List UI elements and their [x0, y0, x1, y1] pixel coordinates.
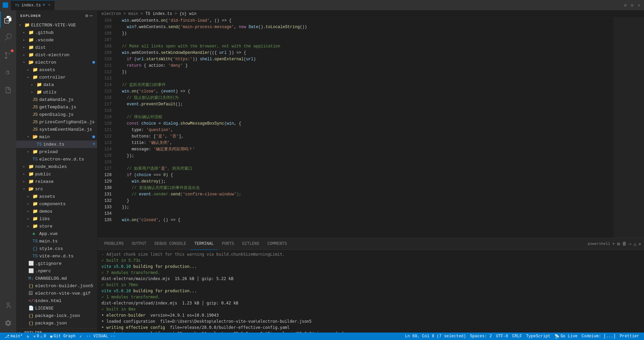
checkmark-status[interactable]: ✓ — [77, 334, 84, 339]
sidebar-item-preload[interactable]: ▸ 📁 preload — [16, 148, 97, 155]
sidebar-item-main[interactable]: ▾ 📂 main — [16, 133, 97, 141]
sidebar-item-label: style.css — [39, 246, 63, 251]
trash-button[interactable]: 🗑 — [622, 241, 627, 247]
sidebar-item-systemevent[interactable]: JS systemEventHandle.js — [16, 126, 97, 133]
tab-debug-console[interactable]: DEBUG CONSOLE — [151, 238, 190, 250]
sidebar-item-outline[interactable]: ▸ OUTLINE — [16, 328, 97, 333]
arrow-icon: ▸ — [27, 150, 32, 154]
sidebar-item-node-modules[interactable]: ▸ 📁 node_modules — [16, 163, 97, 170]
go-live-status[interactable]: 📡 Go Live — [552, 334, 579, 339]
close-button[interactable]: ✕ — [637, 3, 641, 7]
sidebar-item-datahandle[interactable]: JS dataHandle.js — [16, 96, 97, 103]
file-icon: ⬜ — [28, 261, 34, 266]
activity-run-debug[interactable] — [0, 64, 16, 81]
sidebar-item-src-assets[interactable]: ▸ 📁 assets — [16, 193, 97, 200]
sidebar-item-demos[interactable]: ▸ 📁 demos — [16, 208, 97, 215]
codeium-status[interactable]: Codeium: [...] — [580, 334, 618, 339]
tab-close-button[interactable]: × — [48, 3, 50, 7]
tab-terminal[interactable]: TERMINAL — [190, 238, 218, 250]
sidebar-item-release[interactable]: ▸ 📁 release — [16, 178, 97, 185]
sidebar-item-components[interactable]: ▸ 📁 components — [16, 200, 97, 208]
position-status[interactable]: Ln 60, Col 8 (7 selected) — [403, 334, 468, 339]
sidebar-item-libs[interactable]: ▸ 📁 libs — [16, 215, 97, 222]
prettier-status[interactable]: Prettier — [618, 334, 641, 339]
sidebar-item-npmrc[interactable]: ⬜ .npmrc — [16, 267, 97, 275]
more-button[interactable]: ⋯ — [629, 241, 631, 247]
sidebar-item-index-ts[interactable]: TS index.ts M — [16, 141, 97, 148]
sidebar-item-electron-builder[interactable]: {} electron-builder.json5 — [16, 282, 97, 290]
sidebar-item-vite-env[interactable]: TS vite-env.d.ts — [16, 252, 97, 260]
sidebar-item-label: LICENSE — [35, 306, 54, 311]
sidebar-item-github[interactable]: ▸ 📁 .github — [16, 29, 97, 36]
sidebar-item-dist-electron[interactable]: ▸ 📁 dist-electron — [16, 51, 97, 59]
sidebar-item-assets[interactable]: ▸ 📁 assets — [16, 66, 97, 73]
new-file-button[interactable]: ⊕ — [85, 13, 88, 19]
sidebar-item-label: src — [35, 187, 43, 192]
file-icon: 📄 — [28, 305, 34, 311]
sidebar-item-dist[interactable]: ▸ 📁 dist — [16, 44, 97, 51]
code-content[interactable]: win.webContents.on('did-finish-load', ()… — [114, 18, 614, 238]
tab-problems[interactable]: PROBLEMS — [100, 238, 128, 250]
sidebar-item-package-lock[interactable]: {} package-lock.json — [16, 312, 97, 319]
sidebar-item-public[interactable]: ▸ 📁 public — [16, 170, 97, 178]
tab-comments[interactable]: COMMENTS — [263, 238, 291, 250]
tab-ports[interactable]: PORTS — [218, 238, 238, 250]
sidebar-item-src[interactable]: ▾ 📂 src — [16, 185, 97, 193]
terminal-content[interactable]: - Adjust chunk size limit for this warni… — [97, 250, 644, 333]
sidebar-item-prizesconfig[interactable]: JS prizesConfigHandle.js — [16, 118, 97, 126]
sidebar-item-main-ts[interactable]: TS main.ts — [16, 237, 97, 245]
sidebar-item-label: prizesConfigHandle.js — [39, 120, 95, 125]
git-graph-status[interactable]: ◉ Git Graph — [48, 334, 77, 339]
tab-label: index.ts — [21, 3, 41, 8]
activity-extensions[interactable] — [0, 82, 16, 98]
arrow-icon: ▾ — [27, 135, 32, 139]
visual-mode-status[interactable]: -- VISUAL -- — [84, 334, 117, 339]
sidebar-item-utils[interactable]: ▸ 📁 utils — [16, 88, 97, 96]
minimize-button[interactable]: ⊟ — [623, 3, 628, 7]
git-branch-status[interactable]: ⎇ main* — [3, 334, 25, 339]
activity-search[interactable] — [0, 29, 16, 45]
sidebar-item-app-vue[interactable]: ◈ App.vue — [16, 230, 97, 237]
sidebar-item-electron[interactable]: ▾ 📂 electron — [16, 59, 97, 66]
line-ending-status[interactable]: CRLF — [510, 334, 524, 339]
tab-output[interactable]: OUTPUT — [128, 238, 151, 250]
activity-source-control[interactable] — [0, 47, 16, 63]
codeium-label: Codeium: [...] — [582, 334, 616, 339]
code-editor[interactable]: 1041051061071081091101111121131141151161… — [97, 18, 644, 238]
sidebar-item-electron-env[interactable]: TS electron-env.d.ts — [16, 155, 97, 163]
split-terminal-button[interactable]: ⊞ — [617, 241, 620, 247]
language-status[interactable]: TypeScript — [524, 334, 552, 339]
folder-icon: 📁 — [37, 89, 42, 95]
sidebar-item-gettempdata[interactable]: JS getTempData.js — [16, 103, 97, 111]
new-terminal-button[interactable]: + — [612, 241, 615, 247]
sidebar-item-opendialog[interactable]: JS openDialog.js — [16, 111, 97, 118]
sidebar-item-controller[interactable]: ▸ 📁 controller — [16, 73, 97, 81]
sidebar-item-package-json[interactable]: {} package.json — [16, 319, 97, 327]
sidebar-item-root[interactable]: ▾ 📁 ELECTRON-VITE-VUE — [16, 21, 97, 29]
tab-gitlens[interactable]: GITLENS — [238, 238, 263, 250]
sidebar-item-gif[interactable]: 🖼 electron-vite-vue.gif — [16, 290, 97, 297]
sidebar-item-store[interactable]: ▸ 📁 store — [16, 222, 97, 230]
maximize-button[interactable]: ⊡ — [630, 3, 635, 7]
activity-accounts[interactable] — [0, 297, 16, 314]
more-actions-button[interactable]: ⋯ — [90, 13, 93, 19]
sidebar-item-vscode[interactable]: ▸ 📁 .vscode — [16, 36, 97, 44]
ts-file-icon: TS — [32, 239, 38, 244]
sidebar-item-license[interactable]: 📄 LICENSE — [16, 304, 97, 312]
editor-tab-index-ts[interactable]: TS index.ts M × — [11, 0, 54, 10]
maximize-panel-button[interactable]: △ — [634, 241, 636, 247]
sync-status[interactable]: ↻ — [25, 334, 31, 339]
sidebar-item-changelog[interactable]: M↓ CHANGELOG.md — [16, 275, 97, 282]
encoding-status[interactable]: UTF-8 — [494, 334, 510, 339]
sidebar-item-style-css[interactable]: {} style.css — [16, 245, 97, 252]
activity-settings[interactable] — [0, 315, 16, 331]
activity-explorer[interactable] — [0, 12, 16, 28]
sidebar-item-gitignore[interactable]: ⬜ .gitignore — [16, 260, 97, 267]
sidebar-item-data[interactable]: ▸ 📁 data — [16, 81, 97, 88]
close-panel-button[interactable]: ✕ — [639, 241, 641, 247]
spaces-status[interactable]: Spaces: 2 — [468, 334, 494, 339]
sidebar-item-index-html[interactable]: </> index.html — [16, 297, 97, 304]
warnings-count: 0 — [44, 334, 46, 339]
errors-status[interactable]: ✕ 0 ⚠ 0 — [31, 334, 48, 339]
arrow-icon: ▾ — [23, 60, 28, 64]
